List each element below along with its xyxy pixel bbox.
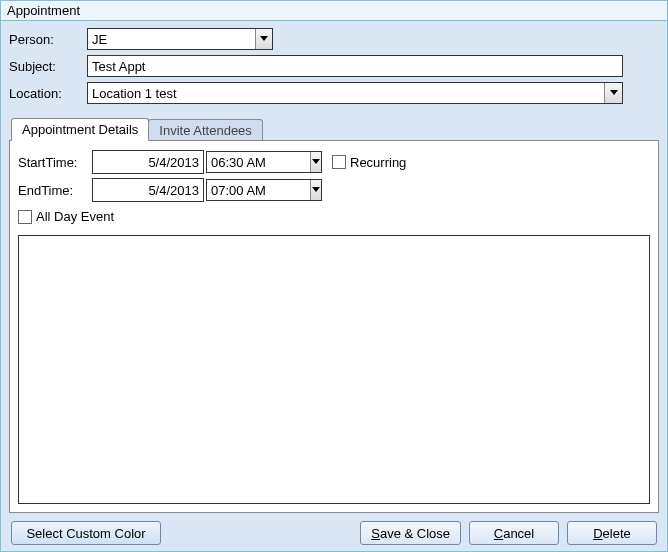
svg-marker-3 (312, 187, 320, 192)
location-dropdown-button[interactable] (604, 83, 622, 103)
tab-strip: Appointment Details Invite Attendees (11, 114, 659, 140)
delete-button[interactable]: Delete (567, 521, 657, 545)
end-time-input[interactable] (207, 180, 310, 200)
chevron-down-icon (312, 187, 320, 193)
person-label: Person: (9, 32, 87, 47)
window-title: Appointment (1, 1, 667, 21)
end-date-input[interactable] (92, 178, 204, 202)
start-time-input[interactable] (207, 152, 310, 172)
chevron-down-icon (260, 36, 268, 42)
end-time-label: EndTime: (18, 183, 92, 198)
appointment-window: Appointment Person: Subject: Location: (0, 0, 668, 552)
person-dropdown-button[interactable] (255, 29, 272, 49)
end-time-row: EndTime: (18, 177, 650, 203)
start-date-input[interactable] (92, 150, 204, 174)
recurring-checkbox[interactable]: Recurring (332, 155, 406, 170)
location-combo[interactable] (87, 82, 623, 104)
chevron-down-icon (312, 159, 320, 165)
start-time-dropdown-button[interactable] (310, 152, 321, 172)
svg-marker-2 (312, 159, 320, 164)
svg-marker-1 (610, 90, 618, 95)
start-time-combo[interactable] (206, 151, 322, 173)
location-label: Location: (9, 86, 87, 101)
subject-label: Subject: (9, 59, 87, 74)
tab-appointment-details[interactable]: Appointment Details (11, 118, 149, 141)
person-input[interactable] (88, 29, 255, 49)
all-day-checkbox[interactable]: All Day Event (18, 209, 114, 224)
subject-row: Subject: (9, 54, 659, 78)
button-bar: Select Custom Color Save & Close Cancel … (1, 517, 667, 551)
tab-invite-attendees[interactable]: Invite Attendees (148, 119, 263, 141)
save-and-close-button[interactable]: Save & Close (360, 521, 461, 545)
start-time-label: StartTime: (18, 155, 92, 170)
header-form: Person: Subject: Location: (1, 21, 667, 114)
person-combo[interactable] (87, 28, 273, 50)
svg-marker-0 (260, 36, 268, 41)
tabs-area: Appointment Details Invite Attendees Sta… (9, 114, 659, 513)
select-custom-color-button[interactable]: Select Custom Color (11, 521, 161, 545)
recurring-label: Recurring (350, 155, 406, 170)
start-time-row: StartTime: Recurring (18, 149, 650, 175)
subject-input[interactable] (87, 55, 623, 77)
chevron-down-icon (610, 90, 618, 96)
end-time-combo[interactable] (206, 179, 322, 201)
cancel-button[interactable]: Cancel (469, 521, 559, 545)
checkbox-icon (18, 210, 32, 224)
appointment-details-panel: StartTime: Recurring EndTime: (9, 140, 659, 513)
notes-textarea[interactable] (18, 235, 650, 505)
checkbox-icon (332, 155, 346, 169)
location-input[interactable] (88, 83, 604, 103)
location-row: Location: (9, 81, 659, 105)
end-time-dropdown-button[interactable] (310, 180, 321, 200)
all-day-label: All Day Event (36, 209, 114, 224)
person-row: Person: (9, 27, 659, 51)
